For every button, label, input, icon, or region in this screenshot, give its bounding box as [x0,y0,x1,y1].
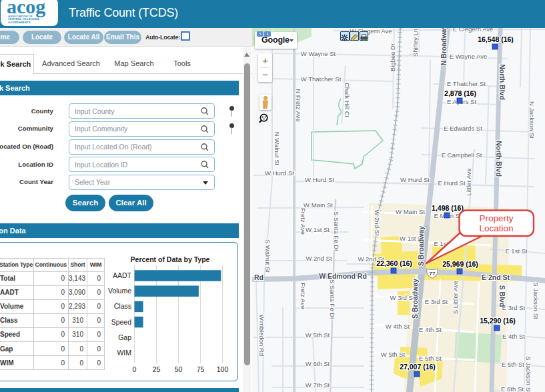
zoom-in-button[interactable]: + [258,53,272,67]
app-window: acog ASSOCIATION OF CENTRAL OKLAHOMA GOV… [0,0,545,392]
tab-advanced-search[interactable]: Advanced Search [39,54,103,74]
map-pan-left-button[interactable]: ‹ [257,31,263,37]
scrollbar-thumb[interactable] [244,63,250,365]
category-label-speed: Speed [111,318,132,326]
tab-tools[interactable]: Tools [165,54,199,74]
chart-title: Percent of Data by Type [131,255,210,263]
street-label: Bigbee Dr [389,43,396,71]
street-view-pegman[interactable] [259,95,271,110]
input-county[interactable]: Input County [69,103,215,119]
input-location-id[interactable]: Input Location ID [69,157,215,172]
street-label: W 5th St [381,351,406,358]
street-label: S Jackson St [532,282,540,319]
street-label: E 3rd St [425,298,448,305]
row-label: Class [0,313,33,327]
map-viewport[interactable]: W Clegern AveE Clegern AveW Wayne StE Wa… [252,28,545,392]
locate-button[interactable]: Locate [23,31,61,44]
street-label: North Blvd [498,64,506,100]
chart-canvas: Percent of Data by Type0255075100AADTVol… [78,253,240,377]
input-community[interactable]: Input Community [69,121,215,137]
placeholder-text: Select Year [75,178,110,186]
pan-star-icon [341,34,348,41]
cell-value: 0 [33,313,69,327]
tab-quick-search[interactable]: Quick Search [0,54,34,74]
acog-logo[interactable]: acog ASSOCIATION OF CENTRAL OKLAHOMA GOV… [1,0,58,26]
input-located-on-road[interactable]: Input Located On (Road) [69,139,215,155]
caret-down-icon [203,181,208,185]
tab-map-search[interactable]: Map Search [109,54,159,74]
panel-scrollbar[interactable] [243,47,251,392]
locate-all-button[interactable]: Locate All [64,31,103,44]
acog-logo-subtext: ASSOCIATION OF CENTRAL OKLAHOMA GOVERNME… [8,15,39,25]
magnifier-icon [258,113,270,125]
street-label: E 5th St [502,361,524,368]
field-label-located-on-road: Located On (Road) [0,143,53,150]
map-measure-tool[interactable] [350,31,359,41]
cell-value: 0 [33,356,69,370]
field-label-location-id: Location ID [0,161,53,168]
percent-data-chart: Percent of Data by Type0255075100AADTVol… [78,253,240,377]
street-label: W 2nd St [374,209,381,235]
page-title: Traffic Count (TCDS) [69,6,178,20]
street-label: E 6th St [501,385,524,392]
map-identify-tool[interactable] [258,113,270,125]
street-label: W Main St [396,208,425,215]
auto-locate-label: Auto-Locate: [145,34,180,41]
pin-stem [231,110,233,117]
count-marker-label: 16,548 (16) [478,35,514,43]
pegman-icon [259,95,271,110]
bar-speed [135,317,143,328]
scroll-up-arrow-icon[interactable] [244,53,249,57]
email-this-button[interactable]: Email This [104,31,141,44]
map-pin-icon-community[interactable] [229,123,235,135]
placeholder-text: Input Location ID [75,161,127,169]
auto-locate-checkbox[interactable] [181,31,190,41]
street-label: Littler Ave [465,168,472,196]
category-label-gap: Gap [118,333,131,341]
street-label: E 2nd St [482,273,510,281]
home-button[interactable]: Home [0,31,19,44]
map-pan-tool[interactable] [340,31,350,41]
street-label: S Littler Ave [452,281,459,315]
print-icon [360,34,368,41]
street-label: S Broadway [411,279,419,319]
street-label: W 6th St [306,360,330,367]
street-label: E 1st St [505,247,528,255]
count-marker [492,44,498,49]
street-label: E Thatcher St [447,80,486,87]
field-label-county: County [0,107,53,115]
search-icon [200,143,209,152]
map-zoom-control: + − [258,53,272,82]
street-label: W Thatcher St [301,75,342,83]
street-label: E Hurd St [438,179,466,187]
search-icon [200,107,209,116]
map-print-tool[interactable] [360,31,369,41]
count-marker [414,371,420,377]
street-label: W Edmond Rd [319,272,367,280]
street-label: S Santa Fe Dr [329,279,336,319]
map-pan-right-button[interactable]: › [264,31,271,37]
count-marker [494,325,500,331]
street-label: E 4th St [502,333,525,340]
street-label: E 4th St [419,326,442,333]
select-count-year[interactable]: Select Year [69,175,215,190]
x-tick-label: 0 [133,365,137,373]
map-type-label: Google [261,35,290,45]
count-marker-label: 27,007 (16) [400,363,436,371]
bar-volume [135,285,199,297]
clear-all-button[interactable]: Clear All [109,195,153,211]
x-tick-label: 75 [197,365,205,373]
callout-text-line1: Property [479,213,513,223]
street-label: W Hurd St [400,176,430,183]
row-label: Gap [0,341,33,355]
count-marker-label: 25,969 (16) [442,260,478,268]
search-tabs: Quick Search Advanced Search Map Search … [0,47,252,74]
search-button[interactable]: Search [65,195,105,211]
street-label: E 5th St [419,355,442,362]
street-label: W 7th St [306,381,330,389]
cell-value: 0 [33,299,69,313]
map-pin-icon-county[interactable] [229,106,235,118]
zoom-out-button[interactable]: − [258,67,272,81]
street-label: W Hurd St [305,176,334,183]
cell-value: 0 [33,285,69,299]
